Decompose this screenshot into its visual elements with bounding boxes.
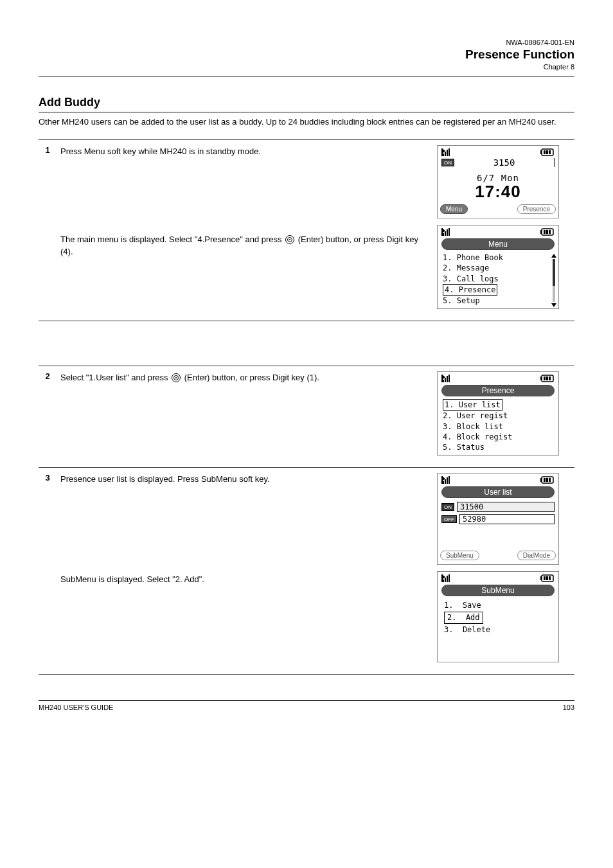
- svg-rect-22: [544, 576, 546, 580]
- step-text: Press Menu soft key while MH240 is in st…: [60, 145, 429, 158]
- battery-icon: [540, 148, 555, 156]
- phone-screen-submenu: SubMenu 1. Save 2. Add 3. Delete: [437, 571, 559, 662]
- svg-rect-21: [540, 576, 542, 580]
- submenu-item-selected[interactable]: 2. Add: [444, 612, 483, 624]
- softkey-dialmode[interactable]: DialMode: [517, 551, 556, 560]
- steps-table: 1 Press Menu soft key while MH240 is in …: [39, 139, 574, 675]
- step-row: 3 Presence user list is displayed. Press…: [39, 468, 574, 675]
- scrollbar[interactable]: [551, 254, 556, 307]
- section-title: Add Buddy: [39, 96, 574, 109]
- menu-item[interactable]: 5. Setup: [443, 296, 556, 306]
- doc-id: NWA-088674-001-EN: [39, 39, 574, 46]
- screen-title: Presence: [441, 385, 555, 396]
- step-text: Presence user list is displayed. Press S…: [60, 473, 429, 486]
- chapter-title: Presence Function: [465, 48, 574, 62]
- step-text: The main menu is displayed. Select "4.Pr…: [60, 233, 429, 258]
- section-rule: [39, 112, 574, 112]
- battery-icon: [540, 375, 555, 382]
- screen-title: Menu: [441, 238, 555, 250]
- softkey-presence[interactable]: Presence: [517, 204, 556, 214]
- page-header: NWA-088674-001-EN Presence Function Chap…: [39, 39, 574, 71]
- menu-item[interactable]: 3. Call logs: [443, 274, 556, 284]
- footer-doc-title: MH240 USER'S GUIDE: [39, 704, 113, 711]
- softkey-submenu[interactable]: SubMenu: [440, 551, 479, 560]
- phone-screen-presence: Presence 1. User list 2. User regist 3. …: [437, 371, 559, 456]
- svg-rect-3: [546, 150, 548, 154]
- screen-title: SubMenu: [441, 585, 555, 596]
- step-number: 1: [39, 140, 57, 321]
- screen-title: User list: [441, 486, 555, 498]
- step-text: SubMenu is displayed. Select "2. Add".: [60, 573, 429, 586]
- softkey-menu[interactable]: Menu: [440, 204, 468, 214]
- svg-rect-11: [540, 376, 542, 380]
- svg-rect-23: [546, 576, 548, 580]
- svg-rect-2: [544, 150, 546, 154]
- menu-item[interactable]: 1. Phone Book: [443, 252, 556, 263]
- menu-list: 1. Phone Book 2. Message 3. Call logs 4.…: [438, 252, 558, 308]
- step-description: Press Menu soft key while MH240 is in st…: [57, 140, 433, 321]
- menu-list: 1. User list 2. User regist 3. Block lis…: [438, 399, 558, 455]
- user-list-row[interactable]: ON 31500: [441, 502, 555, 512]
- user-list-row[interactable]: OFF 52980: [441, 514, 555, 524]
- step-row: 2 Select "1.User list" and press (Enter)…: [39, 366, 574, 468]
- step-description: Select "1.User list" and press (Enter) b…: [57, 366, 433, 468]
- step-row: 1 Press Menu soft key while MH240 is in …: [39, 140, 574, 321]
- menu-item[interactable]: 4. Block regist: [443, 432, 556, 442]
- header-rule: [39, 76, 574, 76]
- svg-rect-14: [549, 376, 551, 380]
- svg-rect-6: [540, 230, 542, 234]
- svg-rect-16: [540, 478, 542, 482]
- svg-rect-1: [540, 150, 542, 154]
- user-id: 52980: [459, 514, 555, 524]
- chapter-label: Chapter 8: [39, 63, 574, 71]
- battery-icon: [540, 476, 555, 484]
- submenu-item[interactable]: 1. Save: [444, 600, 555, 611]
- step-description: Presence user list is displayed. Press S…: [57, 468, 433, 675]
- status-badge: OFF: [441, 515, 457, 523]
- svg-rect-9: [549, 230, 551, 234]
- signal-icon: [441, 148, 457, 156]
- svg-rect-7: [544, 230, 546, 234]
- menu-item[interactable]: 5. Status: [443, 442, 556, 452]
- phone-screen-mainmenu: Menu 1. Phone Book 2. Message 3. Call lo…: [437, 225, 559, 309]
- svg-rect-13: [546, 376, 548, 380]
- menu-item-selected[interactable]: 4. Presence: [443, 284, 497, 296]
- page-footer: MH240 USER'S GUIDE 103: [39, 700, 574, 711]
- step-number: 3: [39, 468, 57, 675]
- menu-item[interactable]: 2. User regist: [443, 411, 556, 421]
- signal-icon: [441, 574, 457, 582]
- enter-button-icon: [285, 235, 294, 244]
- svg-rect-8: [546, 230, 548, 234]
- signal-icon: [441, 228, 457, 236]
- svg-rect-24: [549, 576, 551, 580]
- signal-icon: [441, 375, 457, 382]
- extension-id: 3150: [459, 157, 549, 168]
- menu-item[interactable]: 2. Message: [443, 263, 556, 273]
- submenu-item[interactable]: 3. Delete: [444, 624, 555, 635]
- battery-icon: [540, 228, 555, 236]
- submenu-list: 1. Save 2. Add 3. Delete: [438, 599, 558, 639]
- svg-rect-18: [546, 478, 548, 482]
- svg-rect-4: [549, 150, 551, 154]
- svg-rect-19: [549, 478, 551, 482]
- enter-button-icon: [172, 373, 181, 382]
- battery-icon: [540, 574, 555, 582]
- step-number: 2: [39, 366, 57, 468]
- on-badge: ON: [441, 159, 454, 166]
- phone-screen-home: ON 3150 6/7 Mon 17:40 Menu Presence: [437, 145, 559, 218]
- time-display: 17:40: [438, 182, 558, 202]
- svg-rect-12: [544, 376, 546, 380]
- menu-item-selected[interactable]: 1. User list: [443, 399, 502, 411]
- phone-screen-userlist: User list ON 31500 OFF 52980 SubMenu: [437, 473, 559, 565]
- svg-rect-17: [544, 478, 546, 482]
- user-id: 31500: [457, 502, 555, 512]
- signal-icon: [441, 476, 457, 484]
- footer-page-number: 103: [563, 704, 574, 711]
- intro-text: Other MH240 users can be added to the us…: [39, 116, 574, 128]
- status-badge: ON: [441, 503, 454, 511]
- menu-item[interactable]: 3. Block list: [443, 421, 556, 432]
